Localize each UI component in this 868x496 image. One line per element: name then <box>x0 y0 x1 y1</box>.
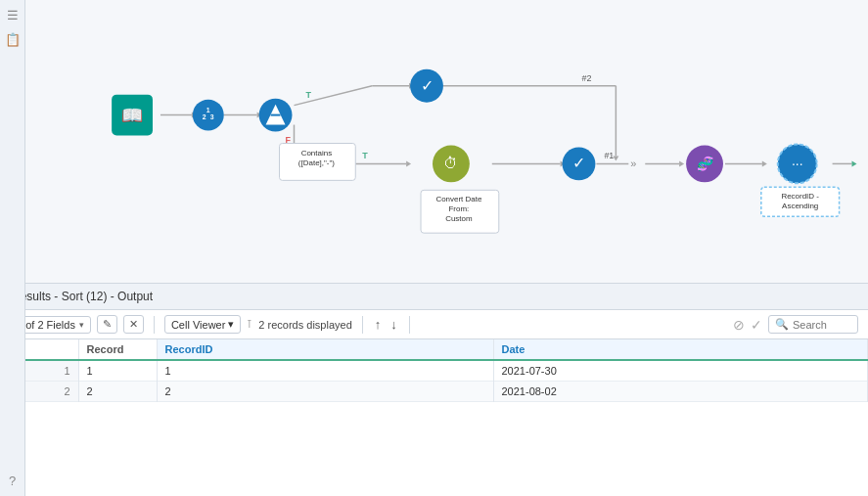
svg-text:Ascending: Ascending <box>782 202 818 210</box>
search-input[interactable] <box>793 319 851 331</box>
svg-text:📖: 📖 <box>121 105 144 126</box>
svg-text:✓: ✓ <box>421 77 434 94</box>
svg-text:RecordID -: RecordID - <box>781 192 819 201</box>
svg-text:([Date],"-"): ([Date],"-") <box>298 158 335 167</box>
left-icon-panel: ☰ 📋 ? <box>0 310 25 496</box>
cell-viewer-button[interactable]: Cell Viewer ▾ <box>164 315 241 334</box>
svg-text:T: T <box>305 90 311 100</box>
no-circle-icon[interactable]: ⊘ <box>733 317 745 333</box>
sort-up-button[interactable]: ↑ <box>373 317 384 332</box>
separator-2 <box>362 316 363 334</box>
separator-3 <box>409 316 410 334</box>
table-body: 1 1 1 2021-07-30 2 2 2 2021-08-02 <box>0 360 868 402</box>
cell-date: 2021-08-02 <box>493 382 868 402</box>
toolbar-right: ⊘ ✓ 🔍 <box>733 315 858 334</box>
svg-text:Custom: Custom <box>445 214 473 223</box>
svg-text:🧬: 🧬 <box>697 156 714 172</box>
sort-down-button[interactable]: ↓ <box>388 317 399 332</box>
svg-text:Convert Date: Convert Date <box>435 195 482 203</box>
search-box[interactable]: 🔍 <box>768 315 858 334</box>
output-sep: - <box>111 290 117 303</box>
table-header-row: Record RecordID Date <box>0 339 868 360</box>
table-row: 2 2 2 2021-08-02 <box>0 382 868 402</box>
svg-text:1: 1 <box>206 107 210 113</box>
clear-icon-button[interactable]: ✕ <box>123 315 144 334</box>
results-table-container: Record RecordID Date 1 1 1 2021-07-30 2 … <box>0 339 868 496</box>
sort-info: Sort (12) <box>62 290 108 303</box>
separator-1 <box>154 316 155 334</box>
check-mark-icon[interactable]: ✓ <box>751 317 762 333</box>
workflow-canvas: T F #2 T #1 » 📖 1 2 3 <box>0 0 868 284</box>
filter-icon: ⊺ <box>247 318 252 331</box>
svg-text:#1: #1 <box>604 151 614 160</box>
results-header: Results - Sort (12) - Output <box>0 284 868 310</box>
svg-text:From:: From: <box>449 204 470 213</box>
svg-text:3: 3 <box>210 113 214 120</box>
cell-recordid: 2 <box>157 382 493 402</box>
cell-recordid: 1 <box>157 360 493 382</box>
search-icon: 🔍 <box>775 318 789 331</box>
svg-text:✓: ✓ <box>572 155 585 171</box>
results-panel: Results - Sort (12) - Output ☰ 📋 ? 2 of … <box>0 284 868 496</box>
results-toolbar: 2 of 2 Fields ▾ ✎ ✕ Cell Viewer ▾ ⊺ 2 re… <box>0 310 868 339</box>
cell-record: 1 <box>78 360 157 382</box>
help-icon[interactable]: ? <box>9 473 16 488</box>
cell-viewer-label: Cell Viewer <box>171 319 225 331</box>
output-label: Output <box>117 290 153 303</box>
svg-text:T: T <box>362 151 368 160</box>
cell-record: 2 <box>78 382 157 402</box>
results-table: Record RecordID Date 1 1 1 2021-07-30 2 … <box>0 339 868 402</box>
svg-text:⏱: ⏱ <box>443 155 458 171</box>
table-row: 1 1 1 2021-07-30 <box>0 360 868 382</box>
cell-date: 2021-07-30 <box>493 360 868 382</box>
edit-icon-button[interactable]: ✎ <box>97 315 117 334</box>
chevron-down-icon: ▾ <box>79 320 84 330</box>
col-header-recordid: RecordID <box>157 339 493 360</box>
svg-text:#2: #2 <box>581 73 591 83</box>
svg-text:2: 2 <box>203 113 206 120</box>
svg-text:···: ··· <box>792 156 803 171</box>
svg-text:»: » <box>630 158 636 169</box>
cell-viewer-chevron-icon: ▾ <box>228 318 234 331</box>
svg-point-32 <box>193 100 224 131</box>
svg-text:Contains: Contains <box>301 149 332 158</box>
sort-label: - <box>54 290 61 303</box>
results-content: 2 of 2 Fields ▾ ✎ ✕ Cell Viewer ▾ ⊺ 2 re… <box>0 310 868 496</box>
col-header-record-label: Record <box>78 339 157 360</box>
svg-rect-0 <box>2 0 867 283</box>
col-header-date: Date <box>493 339 868 360</box>
records-count: 2 records displayed <box>258 319 351 331</box>
